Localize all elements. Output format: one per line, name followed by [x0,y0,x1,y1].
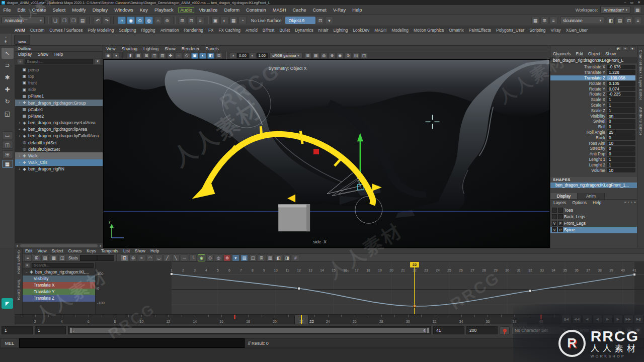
sidebar-toggle-icon[interactable]: ⊞ [540,17,548,24]
outliner-item[interactable]: + ✚ Walk_Ctls [15,159,103,166]
channel-value[interactable]: 1.228 [607,70,635,75]
outliner-item[interactable]: ▣ top [15,73,103,79]
channel-row[interactable]: Volume 10 [550,167,637,173]
channel-value[interactable]: 1 [607,108,635,113]
playback-option-icon[interactable]: ✱ [634,327,642,334]
selection-mask-icon[interactable]: ▾ [325,17,333,24]
minimize-button[interactable]: – [624,1,626,5]
outliner-item[interactable]: ▣ side [15,86,103,93]
viewport-option-icon[interactable]: ⊙ [345,53,352,59]
list-icon[interactable]: ≡ [17,59,23,64]
graph-channel-row[interactable]: Translate Z [23,295,95,302]
graph-editor-menu-item[interactable]: Show [132,248,148,253]
channel-value[interactable]: -0.676 [607,65,635,70]
workspace-grid-icon[interactable]: ▦ [633,6,641,14]
render-icon[interactable]: ◔ [238,17,247,24]
snap-icon[interactable]: ⊙ [136,17,144,24]
panel-toggle-icon[interactable]: ⊡ [625,17,633,24]
outliner-item[interactable]: ◎ defaultObjectSet [15,146,103,152]
transport-button[interactable]: ▮◀ [561,315,572,324]
shelf-tab[interactable]: Rendering [182,28,206,34]
transport-button[interactable]: ▶▮ [634,315,644,324]
shading-toggle-icon[interactable]: ▥ [159,53,166,59]
undo-redo-icon[interactable]: ↷ [103,17,111,24]
channel-box-option-icon[interactable]: ◩ [615,46,621,51]
tangent-tool-icon[interactable]: ◠ [146,254,154,261]
title-bar[interactable]: M dragon_ANIM_v002.ma* - Autodesk Maya 2… [0,0,644,5]
history-icon[interactable]: ⊟ [187,17,195,24]
exposure-icon[interactable]: ◑ [229,53,236,59]
shading-toggle-icon[interactable]: ▣ [191,53,198,59]
shelf-tab[interactable]: Scripting [527,28,548,34]
viewport-option-icon[interactable]: ◉ [337,53,344,59]
tangent-tool-icon[interactable]: ▤ [240,254,248,261]
shelf-gear-icon[interactable]: ✱ [5,40,8,44]
menu-item[interactable]: Help [349,8,365,13]
range-handle-right[interactable] [426,327,430,333]
shading-toggle-icon[interactable]: ≈ [175,53,182,59]
tangent-tool-icon[interactable]: ⊗ [223,254,231,261]
transport-button[interactable]: ▶▶ [623,315,633,324]
tangent-tool-icon[interactable]: └ [189,254,197,261]
maximize-button[interactable]: ▭ [630,1,634,5]
shelf-tab[interactable]: XGen_User [564,28,590,34]
menu-item[interactable]: Comet [309,8,330,13]
viewport-menu-item[interactable]: Panels [202,46,221,51]
shelf-tab[interactable]: Custom [28,28,47,34]
expand-icon[interactable]: + [17,161,22,164]
shading-toggle-icon[interactable]: ✚ [167,53,174,59]
shape-node-row[interactable]: ben_dragon_rig:dragon:IKLegFront_1... [550,183,637,188]
menu-item[interactable]: Visualize [196,8,221,13]
menu-item[interactable]: Playback [151,8,177,13]
transport-button[interactable]: ◀ [593,315,603,324]
range-slider-track[interactable]: 1 41 [68,326,431,334]
tangent-tool-icon[interactable]: ─ [181,254,188,261]
channel-row[interactable]: Rotate Y 0.074 [550,86,637,92]
channel-value[interactable]: 1 [607,103,635,108]
camera-select-icon[interactable]: ◉ [105,53,112,59]
channel-row[interactable]: Scale X 1 [550,97,637,103]
channel-row[interactable]: Rock 0 [550,135,637,140]
channel-box-menu-item[interactable]: Channels [550,51,573,56]
tangent-tool-icon[interactable]: ◎ [215,254,222,261]
outliner-item[interactable]: + ◈ ben_dragon_rig:dragon:lipFalloffArea [15,133,103,139]
tool-icon[interactable]: ✚ [2,84,14,95]
channel-row[interactable]: Translate Z -109.058 [550,75,637,81]
tool-icon[interactable]: ⊃ [2,60,14,71]
expand-icon[interactable]: + [17,167,22,171]
viewport-menu-item[interactable]: Lighting [140,46,162,51]
scroll-right-icon[interactable]: ▸ [99,244,103,248]
channel-box-option-icon[interactable]: ▾ [629,46,635,51]
tangent-tool-icon[interactable]: ▾ [232,254,239,261]
gamma-field[interactable]: 1.00 [257,53,268,58]
outliner-item[interactable]: ◎ defaultLightSet [15,139,103,146]
expand-icon[interactable]: + [17,101,22,105]
outliner-item[interactable]: ▣ front [15,79,103,86]
channel-row[interactable]: Roll Angle 25 [550,130,637,135]
graph-tool-icon[interactable]: ≡ [24,254,32,261]
tool-icon[interactable]: ↖ [2,48,14,59]
anim-layer-selector[interactable]: No Anim Layer ▾ [570,327,622,334]
shelf-tab[interactable]: Poly Modeling [85,28,116,34]
tangent-tool-icon[interactable]: ⊞ [258,254,265,261]
outliner-menu-item[interactable]: Help [51,52,66,57]
layer-visibility-toggle[interactable] [552,214,557,219]
tangent-tool-icon[interactable]: ╲ [172,254,180,261]
channel-box-menu-item[interactable]: Show [603,51,618,56]
shelf-tab[interactable]: VRay [548,28,563,34]
shelf-tab[interactable]: MASH [372,28,389,34]
stats-value-input[interactable] [97,255,114,261]
quick-selection-field[interactable]: Object.9 [285,17,315,24]
graph-editor-menu-item[interactable]: List [121,248,132,253]
tangent-tool-icon[interactable]: ╱ [164,254,171,261]
file-toolbar-icon[interactable]: ❐ [60,17,68,24]
layer-editor-menu-item[interactable]: Help [590,200,604,205]
channel-row[interactable]: Scale Z 1 [550,108,637,113]
transport-button[interactable]: ▶ [603,315,613,324]
channel-value[interactable]: 1 [607,97,635,102]
channel-row[interactable]: Swivel 0 [550,119,637,124]
channel-row[interactable]: Scale Y 1 [550,103,637,108]
tangent-tool-icon[interactable]: ◧ [275,254,282,261]
shelf-tab[interactable]: Polygons_User [494,28,527,34]
panel-toggle-icon[interactable]: ◧ [607,17,615,24]
